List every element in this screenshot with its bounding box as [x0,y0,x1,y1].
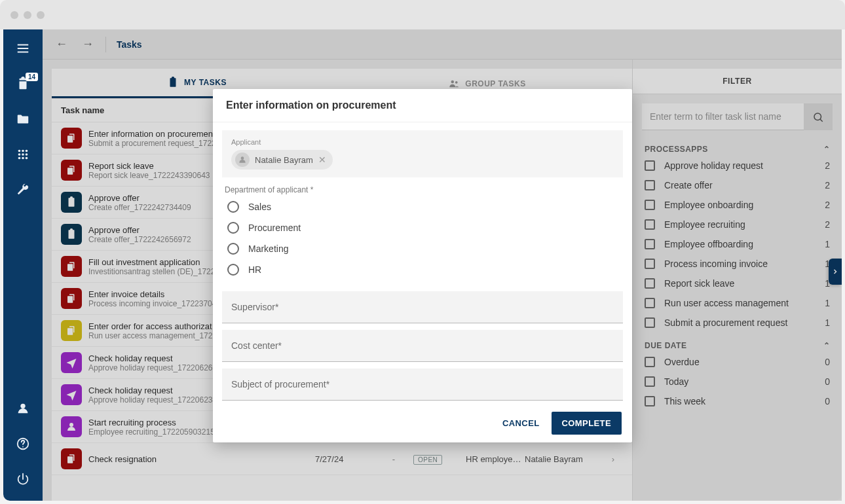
radio-icon[interactable] [227,222,239,234]
radio-label: HR [248,264,261,275]
svg-point-9 [20,404,25,408]
user-icon [16,401,30,416]
procurement-modal: Enter information on procurement Applica… [213,89,632,442]
folder-icon [16,112,30,126]
svg-point-3 [18,153,21,156]
department-radio[interactable]: Marketing [227,243,618,255]
subject-field[interactable] [222,369,623,401]
chrome-dot-close[interactable] [10,11,18,19]
subject-input[interactable] [231,379,614,389]
help-icon [16,437,30,451]
svg-point-4 [22,153,24,156]
applicant-name: Natalie Bayram [255,155,313,165]
radio-icon[interactable] [227,243,239,255]
svg-point-15 [241,156,244,160]
modal-body: Applicant Natalie Bayram ✕ Department of… [213,122,632,404]
applicant-field: Applicant Natalie Bayram ✕ [222,130,623,177]
modal-title: Enter information on procurement [213,89,632,122]
svg-point-2 [26,150,28,153]
department-radio-group: Sales Procurement Marketing HR [222,201,623,285]
applicant-label: Applicant [231,138,614,146]
complete-button[interactable]: COMPLETE [552,412,622,435]
supervisor-field[interactable] [222,291,623,323]
radio-icon[interactable] [227,264,239,276]
grid-icon [16,147,30,162]
folder-nav[interactable] [16,112,30,129]
chrome-dot-min[interactable] [24,11,31,19]
cancel-button[interactable]: CANCEL [502,412,540,435]
svg-point-1 [22,150,24,153]
department-radio[interactable]: Sales [227,201,618,213]
cost-center-field[interactable] [222,330,623,362]
chip-remove-icon[interactable]: ✕ [318,154,326,165]
avatar-icon [235,153,250,167]
window-chrome [0,0,845,29]
wrench-icon [16,183,30,197]
department-radio[interactable]: HR [227,264,618,276]
tasks-nav[interactable]: 14 [16,77,30,94]
help-nav[interactable] [16,437,30,454]
settings-nav[interactable] [16,183,30,200]
svg-point-0 [18,150,21,153]
side-rail: 14 [3,29,43,501]
tasks-badge: 14 [26,73,38,81]
svg-point-5 [26,153,28,156]
svg-point-8 [26,157,28,160]
radio-label: Sales [248,202,271,212]
department-radio[interactable]: Procurement [227,222,618,234]
department-label: Department of applicant * [225,185,620,194]
cost-center-input[interactable] [231,340,614,351]
radio-label: Procurement [248,223,301,233]
applicant-chip[interactable]: Natalie Bayram ✕ [231,150,333,170]
power-icon [16,472,30,486]
apps-nav[interactable] [16,147,30,164]
radio-icon[interactable] [227,201,239,213]
svg-point-7 [22,157,24,160]
svg-point-6 [18,157,21,160]
hamburger-icon [16,41,30,56]
account-nav[interactable] [16,401,30,418]
menu-button[interactable] [16,41,30,58]
chrome-dot-max[interactable] [37,11,45,19]
supervisor-input[interactable] [231,302,614,312]
modal-footer: CANCEL COMPLETE [213,404,632,442]
radio-label: Marketing [248,243,288,254]
power-nav[interactable] [16,472,30,489]
